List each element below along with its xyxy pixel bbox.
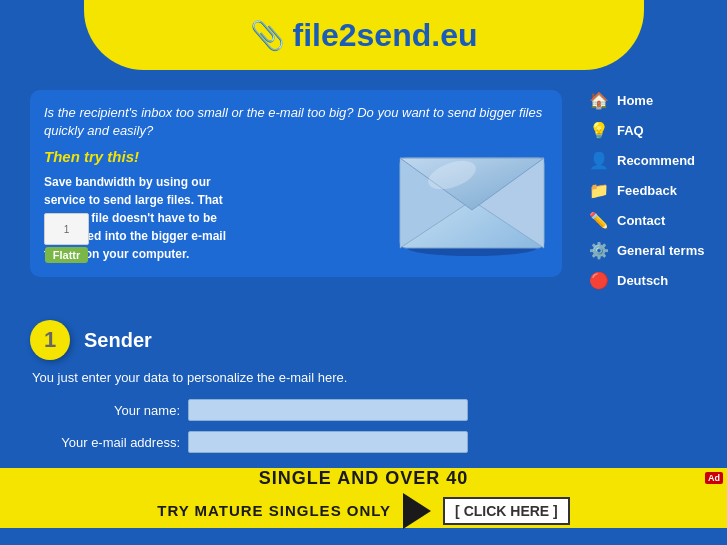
envelope-illustration	[392, 130, 552, 260]
sidebar-label-recommend: Recommend	[617, 153, 695, 168]
sender-name-input[interactable]	[188, 399, 468, 421]
ad-bottom-row: TRY MATURE SINGLES ONLY [ CLICK HERE ]	[157, 493, 570, 529]
sidebar-item-recommend[interactable]: 👤 Recommend	[587, 150, 717, 170]
sidebar-label-general-terms: General terms	[617, 243, 704, 258]
site-header: 📎 file2send.eu	[84, 0, 644, 70]
ad-line2: TRY MATURE SINGLES ONLY	[157, 502, 391, 519]
step-description: You just enter your data to personalize …	[32, 370, 697, 385]
name-label: Your name:	[30, 403, 180, 418]
step-header: 1 Sender	[30, 320, 697, 360]
recommend-icon: 👤	[587, 150, 611, 170]
ad-content: SINGLE AND OVER 40 TRY MATURE SINGLES ON…	[157, 468, 570, 529]
faq-icon: 💡	[587, 120, 611, 140]
logo-icon: 📎	[250, 19, 285, 52]
general-terms-icon: ⚙️	[587, 240, 611, 260]
navigation-sidebar: 🏠 Home 💡 FAQ 👤 Recommend 📁 Feedback ✏️ C…	[582, 80, 727, 310]
sidebar-label-faq: FAQ	[617, 123, 644, 138]
sidebar-item-feedback[interactable]: 📁 Feedback	[587, 180, 717, 200]
email-label: Your e-mail address:	[30, 435, 180, 450]
feedback-icon: 📁	[587, 180, 611, 200]
left-content: Is the recipient's inbox too small or th…	[0, 80, 582, 310]
sidebar-item-home[interactable]: 🏠 Home	[587, 90, 717, 110]
main-layout: Is the recipient's inbox too small or th…	[0, 70, 727, 320]
logo-text: file2send.eu	[293, 17, 478, 54]
flattr-count: 1	[44, 213, 89, 245]
sender-email-input[interactable]	[188, 431, 468, 453]
ad-badge: Ad	[705, 472, 723, 484]
step-number: 1	[30, 320, 70, 360]
contact-icon: ✏️	[587, 210, 611, 230]
sidebar-item-general-terms[interactable]: ⚙️ General terms	[587, 240, 717, 260]
flattr-button[interactable]: Flattr	[45, 247, 89, 263]
ad-banner[interactable]: SINGLE AND OVER 40 TRY MATURE SINGLES ON…	[0, 468, 727, 528]
email-field-row: Your e-mail address:	[30, 431, 697, 453]
step-section: 1 Sender You just enter your data to per…	[0, 320, 727, 453]
sidebar-label-deutsch: Deutsch	[617, 273, 668, 288]
sidebar-item-deutsch[interactable]: 🔴 Deutsch	[587, 270, 717, 290]
name-field-row: Your name:	[30, 399, 697, 421]
promo-box: Is the recipient's inbox too small or th…	[30, 90, 562, 277]
deutsch-icon: 🔴	[587, 270, 611, 290]
sidebar-item-faq[interactable]: 💡 FAQ	[587, 120, 717, 140]
sidebar-item-contact[interactable]: ✏️ Contact	[587, 210, 717, 230]
home-icon: 🏠	[587, 90, 611, 110]
ad-arrow-icon	[403, 493, 431, 529]
ad-cta-button[interactable]: [ CLICK HERE ]	[443, 497, 570, 525]
sidebar-label-feedback: Feedback	[617, 183, 677, 198]
ad-line1: SINGLE AND OVER 40	[157, 468, 570, 489]
sidebar-label-home: Home	[617, 93, 653, 108]
sidebar-label-contact: Contact	[617, 213, 665, 228]
flattr-widget[interactable]: 1 Flattr	[44, 213, 89, 263]
step-title: Sender	[84, 329, 152, 352]
